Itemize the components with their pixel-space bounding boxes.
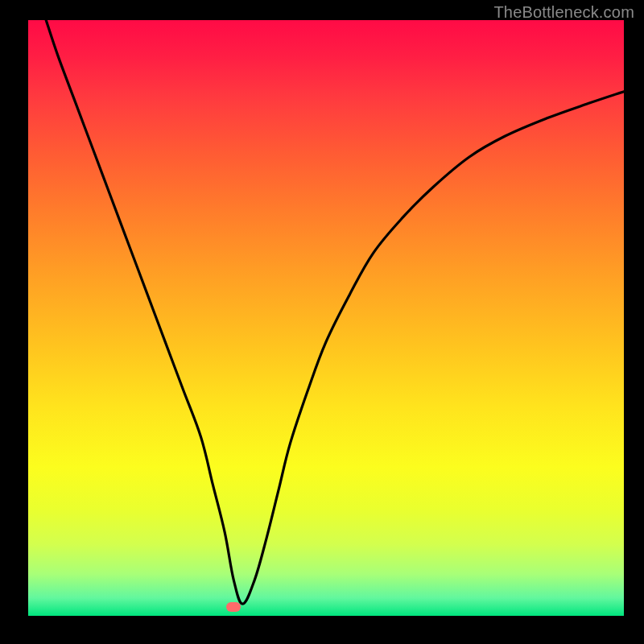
plot-area xyxy=(28,20,624,616)
chart-frame: TheBottleneck.com xyxy=(0,0,644,644)
optimum-marker xyxy=(226,602,241,612)
bottleneck-curve xyxy=(46,20,624,604)
watermark-text: TheBottleneck.com xyxy=(493,3,634,22)
curve-svg xyxy=(28,20,624,616)
